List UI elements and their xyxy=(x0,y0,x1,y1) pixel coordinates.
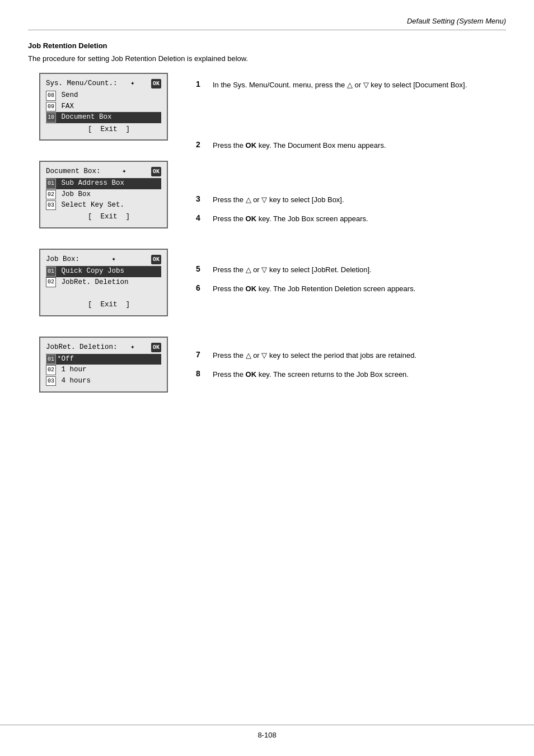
page-footer: 8-108 xyxy=(0,725,534,739)
screens-column: Sys. Menu/Count.: ✦ OK 08 Send 09 FAX 10… xyxy=(28,73,196,403)
screen3-header: Job Box: xyxy=(46,254,79,265)
step-6: 6 Press the OK key. The Job Retention De… xyxy=(196,283,506,295)
screen1-arrow-icon: ✦ xyxy=(130,78,134,89)
page-number: 8-108 xyxy=(257,731,276,739)
screen2-arrow-icon: ✦ xyxy=(122,166,126,177)
screen2-header: Document Box: xyxy=(46,166,101,177)
step1-num: 1 xyxy=(196,80,207,88)
screen2-line1: 01 Sub Address Box xyxy=(46,178,161,189)
page-container: Default Setting (System Menu) Job Retent… xyxy=(0,0,534,756)
step7-num: 7 xyxy=(196,350,207,359)
step1-text: In the Sys. Menu/Count. menu, press the … xyxy=(213,80,467,91)
step8-text: Press the OK key. The screen returns to … xyxy=(213,369,409,380)
steps-column: 1 In the Sys. Menu/Count. menu, press th… xyxy=(196,73,506,403)
screen2-exit: [ Exit ] xyxy=(46,212,161,222)
step2-num: 2 xyxy=(196,140,207,149)
spacer1 xyxy=(196,99,506,132)
step4-num: 4 xyxy=(196,213,207,222)
main-content: Sys. Menu/Count.: ✦ OK 08 Send 09 FAX 10… xyxy=(28,73,506,403)
screen-4: JobRet. Deletion: ✦ OK 01*Off 02 1 hour … xyxy=(39,337,168,393)
screen2-line3: 03 Select Key Set. xyxy=(46,200,161,211)
step-1: 1 In the Sys. Menu/Count. menu, press th… xyxy=(196,80,506,91)
screen4-line2: 02 1 hour xyxy=(46,365,161,375)
screen4-header: JobRet. Deletion: xyxy=(46,342,118,353)
step7-text: Press the △ or ▽ key to select the perio… xyxy=(213,350,416,361)
screen4-arrow-icon: ✦ xyxy=(130,342,134,353)
step3-num: 3 xyxy=(196,194,207,203)
screen1-header: Sys. Menu/Count.: xyxy=(46,78,118,89)
screen1-line3: 10 Document Box xyxy=(46,112,161,123)
spacer3 xyxy=(196,232,506,256)
step-8: 8 Press the OK key. The screen returns t… xyxy=(196,369,506,380)
spacer4 xyxy=(196,302,506,342)
screen3-ok-badge: OK xyxy=(151,255,161,265)
screen3-exit: [ Exit ] xyxy=(46,300,161,310)
screen4-line3: 03 4 hours xyxy=(46,376,161,386)
step5-text: Press the △ or ▽ key to select [JobRet. … xyxy=(213,264,372,276)
screen4-ok-badge: OK xyxy=(151,343,161,353)
screen3-line2: 02 JobRet. Deletion xyxy=(46,277,161,288)
screen-1: Sys. Menu/Count.: ✦ OK 08 Send 09 FAX 10… xyxy=(39,73,168,141)
step-5: 5 Press the △ or ▽ key to select [JobRet… xyxy=(196,264,506,276)
step2-text: Press the OK key. The Document Box menu … xyxy=(213,140,386,151)
screen3-line1: 01 Quick Copy Jobs xyxy=(46,266,161,277)
screen1-line1: 08 Send xyxy=(46,90,161,101)
step-2: 2 Press the OK key. The Document Box men… xyxy=(196,140,506,151)
section-title: Job Retention Deletion xyxy=(28,41,506,50)
step-4: 4 Press the OK key. The Job Box screen a… xyxy=(196,213,506,225)
screen2-ok-badge: OK xyxy=(151,167,161,177)
screen4-line1: 01*Off xyxy=(46,354,161,365)
step4-text: Press the OK key. The Job Box screen app… xyxy=(213,213,368,225)
step6-text: Press the OK key. The Job Retention Dele… xyxy=(213,283,415,295)
screen3-arrow-icon: ✦ xyxy=(111,254,115,265)
step-3: 3 Press the △ or ▽ key to select [Job Bo… xyxy=(196,194,506,206)
step8-num: 8 xyxy=(196,369,207,378)
step-7: 7 Press the △ or ▽ key to select the per… xyxy=(196,350,506,361)
screen1-ok-badge: OK xyxy=(151,79,161,89)
page-header: Default Setting (System Menu) xyxy=(28,17,506,30)
spacer2 xyxy=(196,158,506,186)
screen-2: Document Box: ✦ OK 01 Sub Address Box 02… xyxy=(39,161,168,228)
screen3-blank xyxy=(46,288,161,298)
screen1-line2: 09 FAX xyxy=(46,101,161,112)
header-title: Default Setting (System Menu) xyxy=(407,17,506,25)
screen1-exit: [ Exit ] xyxy=(46,124,161,135)
section-desc: The procedure for setting Job Retention … xyxy=(28,54,506,63)
step5-num: 5 xyxy=(196,264,207,273)
screen2-line2: 02 Job Box xyxy=(46,189,161,200)
step6-num: 6 xyxy=(196,283,207,292)
screen-3: Job Box: ✦ OK 01 Quick Copy Jobs 02 JobR… xyxy=(39,249,168,316)
step3-text: Press the △ or ▽ key to select [Job Box]… xyxy=(213,194,344,206)
